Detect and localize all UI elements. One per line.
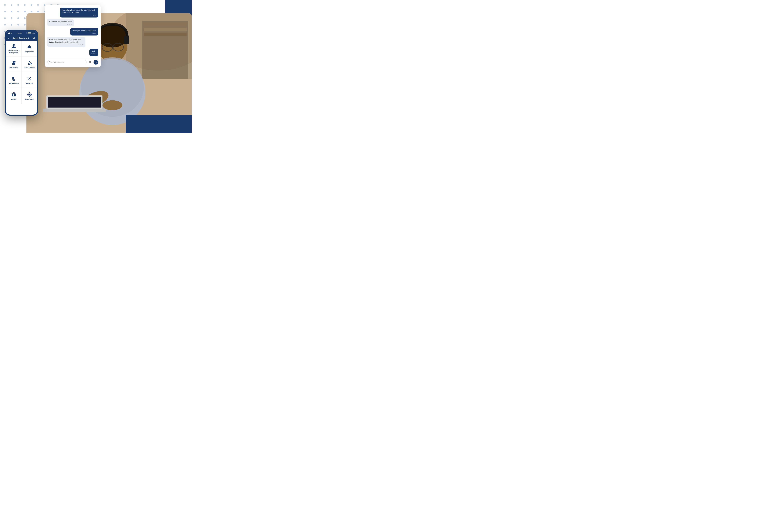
chat-overlay: Hey John, please check the back door and…	[45, 5, 101, 67]
wifi-icon	[11, 32, 12, 34]
svg-line-99	[29, 77, 31, 79]
message-bubble-3: Thank you. Please report back. 7:47 AM	[70, 28, 98, 35]
camera-button[interactable]	[88, 60, 92, 64]
svg-point-13	[31, 11, 32, 12]
dept-maintenance[interactable]: Maintenance	[22, 88, 37, 104]
svg-rect-111	[30, 92, 31, 93]
svg-rect-119	[31, 96, 32, 96]
svg-rect-89	[12, 77, 14, 78]
guest-services-icon	[27, 60, 32, 65]
signal-icon	[8, 32, 10, 34]
camera-icon	[89, 61, 91, 63]
bluetooth-icon	[26, 32, 28, 34]
dept-marketing[interactable]: Marketing	[22, 72, 37, 88]
marketing-icon	[27, 76, 32, 81]
svg-rect-118	[30, 96, 31, 96]
dept-housekeeping-label: Housekeeping	[9, 83, 19, 85]
battery-icon	[28, 32, 31, 34]
svg-rect-87	[31, 63, 32, 64]
svg-point-0	[4, 4, 6, 6]
svg-point-28	[17, 24, 19, 26]
message-time-1: 7:45 AM	[62, 14, 96, 16]
svg-rect-107	[29, 96, 30, 97]
svg-line-100	[28, 79, 29, 80]
svg-rect-77	[27, 48, 31, 48]
phone-status-bar: 9:41 AM 100%	[6, 31, 37, 35]
fire-rescue-icon	[11, 60, 16, 65]
message-bubble-4: Back door secure. Also armed alarm and t…	[47, 37, 85, 47]
battery-percent: 100%	[32, 33, 35, 34]
dept-engineering-label: Engineering	[25, 51, 34, 53]
dept-medical[interactable]: Medical	[6, 88, 21, 104]
search-icon[interactable]	[33, 37, 35, 39]
message-time-5: 7:55 AM	[91, 53, 96, 55]
svg-point-84	[29, 61, 30, 62]
svg-rect-52	[144, 23, 187, 26]
dept-marketing-label: Marketing	[26, 83, 33, 85]
message-input[interactable]	[47, 60, 87, 64]
svg-rect-53	[144, 28, 187, 31]
phone-mockup: 9:41 AM 100% ‹ Select Department	[5, 30, 38, 116]
housekeeping-icon	[11, 76, 16, 81]
send-button[interactable]	[93, 60, 98, 65]
dept-fire-rescue[interactable]: Fire Rescue	[6, 56, 21, 72]
dept-guest-services[interactable]: Guest Services	[22, 56, 37, 72]
message-bubble-1: Hey John, please check the back door and…	[60, 8, 98, 18]
chat-messages: Hey John, please check the back door and…	[47, 8, 98, 56]
svg-point-19	[11, 17, 12, 19]
admin-icon	[11, 43, 16, 49]
svg-point-121	[89, 62, 90, 63]
svg-point-3	[24, 4, 26, 6]
status-right: 100%	[26, 32, 35, 34]
svg-rect-110	[27, 92, 28, 93]
message-time-3: 7:47 AM	[72, 32, 96, 34]
svg-point-20	[17, 17, 19, 19]
message-1: Hey John, please check the back door and…	[47, 8, 98, 18]
svg-rect-109	[31, 94, 32, 95]
svg-point-29	[24, 24, 26, 26]
chat-input-bar	[47, 58, 98, 65]
svg-rect-78	[29, 45, 30, 46]
svg-line-98	[28, 77, 29, 79]
status-time: 9:41 AM	[17, 32, 22, 34]
svg-point-21	[24, 17, 26, 19]
svg-point-12	[24, 11, 26, 12]
svg-rect-117	[31, 96, 31, 97]
svg-line-101	[29, 79, 31, 80]
message-text-1: Hey John, please check the back door and…	[62, 9, 96, 14]
svg-rect-69	[43, 109, 106, 112]
dept-engineering[interactable]: Engineering	[22, 41, 37, 56]
medical-icon	[11, 92, 16, 97]
message-text-5: 10-4	[91, 50, 96, 53]
message-2: Give me 5 min, I will be there. 7:46 AM	[47, 19, 98, 27]
dept-housekeeping[interactable]: Housekeeping	[6, 72, 21, 88]
message-text-3: Thank you. Please report back.	[72, 29, 96, 32]
svg-rect-64	[124, 36, 129, 44]
message-time-4: 7:52 AM	[49, 44, 83, 46]
svg-point-4	[31, 4, 32, 6]
svg-point-10	[11, 11, 12, 12]
svg-rect-81	[12, 62, 15, 62]
phone-header: ‹ Select Department	[6, 35, 37, 41]
send-icon	[95, 61, 97, 63]
svg-point-11	[17, 11, 19, 12]
dept-admin-label: Administration & Management	[7, 50, 20, 54]
svg-rect-71	[48, 97, 101, 108]
svg-point-74	[13, 44, 15, 46]
message-time-2: 7:46 AM	[49, 23, 72, 25]
maintenance-icon	[27, 92, 32, 97]
svg-rect-54	[144, 33, 187, 36]
svg-rect-108	[27, 94, 28, 95]
dept-admin[interactable]: Administration & Management	[6, 41, 21, 56]
message-3: Thank you. Please report back. 7:47 AM	[47, 28, 98, 35]
blue-accent-bottom	[125, 115, 192, 133]
message-bubble-2: Give me 5 min, I will be there. 7:46 AM	[47, 19, 74, 27]
svg-point-5	[37, 4, 39, 6]
dept-maintenance-label: Maintenance	[25, 98, 34, 100]
svg-point-14	[37, 11, 39, 12]
department-grid: Administration & Management Engineering	[6, 41, 37, 104]
svg-rect-106	[29, 92, 30, 93]
message-text-4: Back door secure. Also armed alarm and t…	[49, 38, 83, 43]
message-5: 10-4 7:55 AM	[47, 49, 98, 56]
svg-point-6	[44, 4, 45, 6]
